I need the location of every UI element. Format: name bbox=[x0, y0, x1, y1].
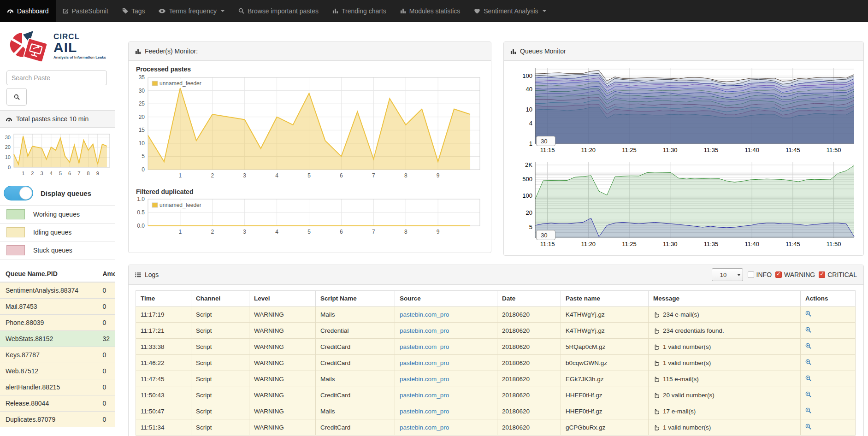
navbar-item[interactable]: Sentiment Analysis bbox=[467, 0, 553, 22]
svg-text:11:15: 11:15 bbox=[540, 147, 555, 153]
svg-text:2K: 2K bbox=[525, 161, 532, 168]
queues-top-chart[interactable]: 11:1511:2011:2511:3011:3511:4011:4511:50… bbox=[506, 65, 862, 158]
log-level-filter[interactable]: CRITICAL bbox=[819, 271, 857, 278]
hand-up-icon bbox=[653, 312, 659, 318]
search-plus-icon[interactable] bbox=[805, 407, 811, 413]
page-size-select[interactable]: 10 bbox=[712, 268, 743, 281]
log-source-link[interactable]: pastebin.com_pro bbox=[400, 408, 449, 415]
log-time: 11:17:19 bbox=[136, 306, 191, 323]
total-pastes-heading: Total pastes since 10 min bbox=[0, 110, 115, 128]
svg-text:5: 5 bbox=[59, 171, 62, 176]
svg-text:2: 2 bbox=[211, 172, 214, 179]
search-plus-icon[interactable] bbox=[805, 375, 811, 381]
svg-text:10: 10 bbox=[139, 140, 145, 147]
log-date: 20180620 bbox=[497, 306, 561, 323]
queue-name: Phone.88039 bbox=[0, 315, 97, 331]
navbar-item-icon bbox=[474, 8, 480, 14]
log-source-link[interactable]: pastebin.com_pro bbox=[400, 359, 449, 366]
queue-row[interactable]: SentimentAnalysis.88374 0 bbox=[0, 282, 115, 299]
log-source-link[interactable]: pastebin.com_pro bbox=[400, 343, 449, 350]
log-row: 11:50:43 Script WARNING CreditCard paste… bbox=[136, 387, 856, 403]
queues-panel-heading: Queues Monitor bbox=[504, 42, 863, 61]
svg-text:2: 2 bbox=[211, 229, 214, 235]
total-pastes-sparkline: 1234567890102030 bbox=[0, 128, 115, 179]
queue-row[interactable]: Duplicates.87079 0 bbox=[0, 412, 115, 428]
search-paste-input[interactable] bbox=[6, 71, 107, 85]
svg-text:5: 5 bbox=[307, 229, 311, 235]
display-queues-toggle[interactable] bbox=[4, 186, 33, 200]
log-source-link[interactable]: pastebin.com_pro bbox=[400, 327, 449, 334]
log-source-link[interactable]: pastebin.com_pro bbox=[400, 392, 449, 399]
svg-text:0.5: 0.5 bbox=[137, 209, 145, 216]
log-time: 11:17:21 bbox=[136, 323, 191, 339]
log-time: 11:46:22 bbox=[136, 355, 191, 371]
svg-text:2: 2 bbox=[31, 171, 34, 176]
svg-text:10: 10 bbox=[526, 106, 532, 113]
log-level-filter[interactable]: INFO bbox=[748, 271, 772, 278]
range-window-input-bottom[interactable]: 30 bbox=[536, 230, 555, 240]
filter-checkbox[interactable] bbox=[819, 271, 825, 278]
brand-subtitle: Analysis of Information Leaks bbox=[53, 56, 106, 59]
navbar-item[interactable]: Tags bbox=[115, 0, 152, 22]
queues-bottom-chart[interactable]: 11:1511:2011:2511:3011:3511:4011:4511:50… bbox=[506, 159, 862, 252]
queue-amount: 0 bbox=[97, 363, 115, 379]
log-source-link[interactable]: pastebin.com_pro bbox=[400, 424, 449, 431]
search-plus-icon[interactable] bbox=[805, 327, 811, 333]
queue-amount: 0 bbox=[97, 282, 115, 299]
log-time: 11:50:43 bbox=[136, 387, 191, 403]
search-plus-icon[interactable] bbox=[805, 424, 811, 430]
legend-swatch bbox=[6, 245, 25, 255]
queue-row[interactable]: WebStats.88152 32 bbox=[0, 331, 115, 347]
queue-row[interactable]: Release.88044 0 bbox=[0, 395, 115, 412]
logs-column-header: Message bbox=[649, 291, 801, 306]
navbar-item[interactable]: Modules statistics bbox=[393, 0, 467, 22]
search-button[interactable] bbox=[6, 88, 27, 106]
navbar-item[interactable]: PasteSubmit bbox=[56, 0, 115, 22]
queue-row[interactable]: alertHandler.88215 0 bbox=[0, 379, 115, 395]
dashboard-gauge-icon bbox=[6, 117, 12, 122]
range-window-input-top[interactable]: 30 bbox=[536, 136, 555, 146]
search-plus-icon[interactable] bbox=[805, 343, 811, 349]
navbar-item[interactable]: Trending charts bbox=[325, 0, 393, 22]
logs-column-header: Actions bbox=[801, 291, 856, 306]
log-date: 20180620 bbox=[497, 403, 561, 419]
log-level-filter[interactable]: WARNING bbox=[775, 271, 815, 278]
search-plus-icon[interactable] bbox=[805, 311, 811, 317]
filter-checkbox[interactable] bbox=[748, 271, 754, 278]
svg-text:7: 7 bbox=[372, 172, 375, 179]
svg-text:7: 7 bbox=[372, 229, 375, 235]
hand-up-icon bbox=[653, 424, 659, 430]
navbar-item[interactable]: Dashboard bbox=[0, 0, 56, 22]
search-plus-icon[interactable] bbox=[805, 359, 811, 365]
hand-up-icon bbox=[653, 392, 659, 398]
display-queues-label: Display queues bbox=[41, 189, 91, 197]
filtered-duplicated-chart: 1234567890.00.51.0unnamed_feeder bbox=[134, 196, 483, 238]
svg-text:100: 100 bbox=[522, 192, 532, 199]
svg-text:5: 5 bbox=[307, 172, 311, 179]
queue-row[interactable]: Mail.87453 0 bbox=[0, 299, 115, 315]
queue-row[interactable]: Keys.87787 0 bbox=[0, 347, 115, 363]
log-paste-name: K4THWgYj.gz bbox=[561, 306, 649, 323]
queue-row[interactable]: Phone.88039 0 bbox=[0, 315, 115, 331]
log-message: 1 valid number(s) bbox=[663, 343, 711, 350]
svg-text:100: 100 bbox=[522, 72, 532, 79]
svg-text:15: 15 bbox=[139, 127, 145, 133]
svg-text:25: 25 bbox=[139, 100, 145, 107]
search-icon bbox=[14, 94, 20, 100]
navbar-item-icon bbox=[400, 8, 406, 14]
navbar-item[interactable]: Terms frequency bbox=[152, 0, 231, 22]
queue-amount: 0 bbox=[97, 395, 115, 412]
log-source-link[interactable]: pastebin.com_pro bbox=[400, 311, 449, 318]
log-message: 20 valid number(s) bbox=[663, 392, 714, 399]
search-plus-icon[interactable] bbox=[805, 391, 811, 397]
circl-ail-logo: CIRCL AIL Analysis of Information Leaks bbox=[0, 22, 115, 68]
log-paste-name: K4THWgYj.gz bbox=[561, 323, 649, 339]
queues-table: Queue Name.PID Amount SentimentAnalysis.… bbox=[0, 266, 115, 427]
filter-checkbox[interactable] bbox=[775, 271, 782, 278]
log-source-link[interactable]: pastebin.com_pro bbox=[400, 376, 449, 383]
navbar-item[interactable]: Browse important pastes bbox=[231, 0, 325, 22]
log-paste-name: b0cqwGWN.gz bbox=[561, 355, 649, 371]
svg-text:11:40: 11:40 bbox=[744, 241, 759, 247]
queue-row[interactable]: Web.87512 0 bbox=[0, 363, 115, 379]
svg-text:4: 4 bbox=[50, 171, 53, 176]
